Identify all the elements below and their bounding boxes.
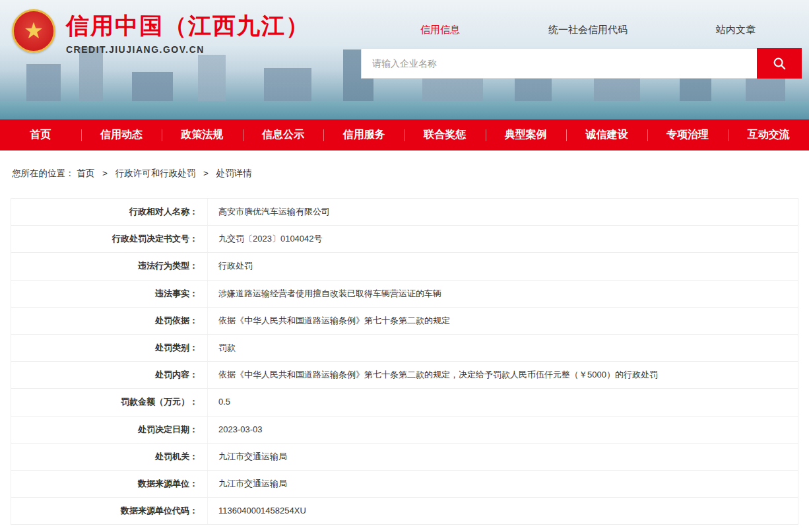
- nav-item-policies[interactable]: 政策法规: [162, 119, 243, 150]
- site-domain: CREDIT.JIUJIANG.GOV.CN: [66, 44, 310, 55]
- site-brand[interactable]: ★ 信用中国（江西九江） CREDIT.JIUJIANG.GOV.CN: [12, 9, 310, 55]
- nav-item-special-governance[interactable]: 专项治理: [647, 119, 728, 150]
- table-row: 处罚机关： 九江市交通运输局: [11, 444, 798, 471]
- search-button[interactable]: [757, 48, 802, 79]
- field-value: 2023-03-03: [208, 416, 798, 443]
- field-value: 0.5: [208, 389, 798, 415]
- search-icon: [772, 56, 787, 71]
- field-label: 处罚决定日期：: [11, 416, 208, 443]
- breadcrumb-separator: >: [203, 168, 209, 178]
- field-label: 数据来源单位代码：: [11, 498, 208, 524]
- breadcrumb: 您所在的位置： 首页 > 行政许可和行政处罚 > 处罚详情: [0, 150, 809, 194]
- field-value: 依据《中华人民共和国道路运输条例》第七十条第二款的规定，决定给予罚款人民币伍仟元…: [208, 362, 798, 388]
- penalty-detail-table: 行政相对人名称： 高安市腾优汽车运输有限公司 行政处罚决定书文号： 九交罚〔20…: [11, 198, 798, 525]
- table-row: 违法行为类型： 行政处罚: [11, 253, 798, 280]
- national-emblem-logo: ★: [12, 9, 55, 53]
- tab-unified-credit-code[interactable]: 统一社会信用代码: [548, 24, 628, 36]
- field-value: 罚款: [208, 335, 798, 361]
- field-value: 1136040001458254XU: [208, 498, 798, 524]
- table-row: 处罚内容： 依据《中华人民共和国道路运输条例》第七十条第二款的规定，决定给予罚款…: [11, 362, 798, 389]
- field-label: 违法行为类型：: [11, 253, 208, 279]
- breadcrumb-current: 处罚详情: [216, 168, 252, 178]
- nav-item-credit-services[interactable]: 信用服务: [323, 119, 404, 150]
- field-value: 涉嫌道路运输经营者使用擅自改装已取得车辆营运证的车辆: [208, 281, 798, 307]
- search-bar: [361, 48, 802, 79]
- field-value: 行政处罚: [208, 253, 798, 279]
- field-value: 九交罚〔2023〕0104042号: [208, 226, 798, 252]
- header-search-area: 信用信息 统一社会信用代码 站内文章: [361, 24, 802, 79]
- field-label: 行政处罚决定书文号：: [11, 226, 208, 252]
- table-row: 违法事实： 涉嫌道路运输经营者使用擅自改装已取得车辆营运证的车辆: [11, 281, 798, 308]
- table-row: 处罚决定日期： 2023-03-03: [11, 416, 798, 444]
- field-value: 九江市交通运输局: [208, 444, 798, 470]
- field-label: 处罚类别：: [11, 335, 208, 361]
- field-value: 高安市腾优汽车运输有限公司: [208, 199, 798, 225]
- breadcrumb-prefix: 您所在的位置：: [12, 168, 75, 178]
- site-header: ★ 信用中国（江西九江） CREDIT.JIUJIANG.GOV.CN 信用信息…: [0, 0, 809, 119]
- nav-item-integrity-building[interactable]: 诚信建设: [566, 119, 647, 150]
- breadcrumb-separator: >: [102, 168, 108, 178]
- table-row: 行政相对人名称： 高安市腾优汽车运输有限公司: [11, 199, 798, 226]
- table-row: 行政处罚决定书文号： 九交罚〔2023〕0104042号: [11, 226, 798, 253]
- field-label: 行政相对人名称：: [11, 199, 208, 225]
- main-navigation: 首页 信用动态 政策法规 信息公示 信用服务 联合奖惩 典型案例 诚信建设 专项…: [0, 119, 809, 150]
- table-row: 处罚类别： 罚款: [11, 335, 798, 362]
- nav-item-home[interactable]: 首页: [0, 119, 81, 150]
- field-value: 依据《中华人民共和国道路运输条例》第七十条第二款的规定: [208, 308, 798, 334]
- field-label: 处罚内容：: [11, 362, 208, 388]
- field-label: 处罚依据：: [11, 308, 208, 334]
- field-label: 违法事实：: [11, 281, 208, 307]
- table-row: 数据来源单位代码： 1136040001458254XU: [11, 498, 798, 525]
- nav-item-joint-rewards-punishments[interactable]: 联合奖惩: [404, 119, 486, 150]
- field-label: 罚款金额（万元）：: [11, 389, 208, 415]
- field-label: 数据来源单位：: [11, 471, 208, 497]
- table-row: 数据来源单位： 九江市交通运输局: [11, 471, 798, 498]
- emblem-star-icon: ★: [24, 19, 44, 42]
- nav-item-interaction[interactable]: 互动交流: [728, 119, 809, 150]
- table-row: 罚款金额（万元）： 0.5: [11, 389, 798, 416]
- search-input[interactable]: [361, 48, 757, 79]
- breadcrumb-section-link[interactable]: 行政许可和行政处罚: [115, 168, 196, 178]
- field-label: 处罚机关：: [11, 444, 208, 470]
- nav-item-typical-cases[interactable]: 典型案例: [486, 119, 567, 150]
- nav-item-credit-news[interactable]: 信用动态: [81, 119, 162, 150]
- nav-item-info-disclosure[interactable]: 信息公示: [243, 119, 324, 150]
- tab-site-articles[interactable]: 站内文章: [716, 24, 756, 36]
- brand-text: 信用中国（江西九江） CREDIT.JIUJIANG.GOV.CN: [66, 9, 310, 55]
- breadcrumb-home-link[interactable]: 首页: [77, 168, 94, 178]
- site-title: 信用中国（江西九江）: [66, 13, 310, 39]
- field-value: 九江市交通运输局: [208, 471, 798, 497]
- table-row: 处罚依据： 依据《中华人民共和国道路运输条例》第七十条第二款的规定: [11, 308, 798, 335]
- header-tabs: 信用信息 统一社会信用代码 站内文章: [361, 24, 802, 36]
- tab-credit-info[interactable]: 信用信息: [420, 24, 460, 36]
